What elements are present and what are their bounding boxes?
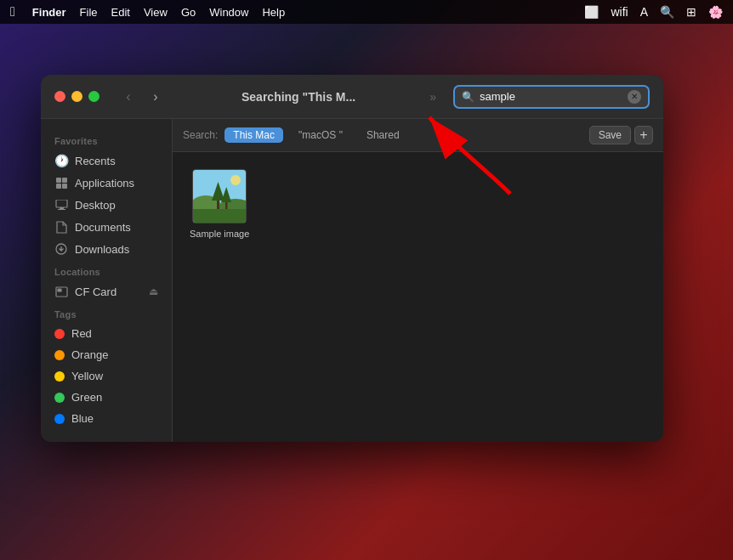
documents-icon — [54, 220, 68, 234]
svg-rect-1 — [56, 178, 61, 183]
close-button[interactable] — [54, 91, 65, 102]
tag-blue-dot — [54, 414, 65, 424]
scope-this-mac-button[interactable]: This Mac — [224, 127, 283, 143]
downloads-icon — [54, 242, 68, 256]
main-area: Favorites 🕐 Recents Applications — [41, 119, 663, 442]
search-clear-button[interactable]: ✕ — [628, 90, 641, 104]
tags-label: Tags — [41, 303, 172, 323]
maximize-button[interactable] — [88, 91, 99, 102]
recents-icon: 🕐 — [54, 154, 68, 167]
titlebar: ‹ › Searching "This M... » 🔍 ✕ — [41, 75, 663, 119]
more-button[interactable]: » — [429, 90, 436, 104]
documents-label: Documents — [75, 221, 131, 234]
search-bar[interactable]: 🔍 ✕ — [453, 85, 650, 109]
cf-card-label: CF Card — [75, 286, 116, 298]
sidebar-item-recents[interactable]: 🕐 Recents — [41, 150, 172, 172]
svg-rect-6 — [60, 207, 64, 209]
window-title: Searching "This M... — [178, 90, 419, 104]
svg-rect-10 — [58, 289, 61, 291]
display-icon[interactable]: ⬜ — [584, 5, 599, 19]
finder-menu[interactable]: Finder — [32, 6, 66, 19]
thumbnail-svg — [193, 170, 247, 223]
downloads-label: Downloads — [75, 243, 129, 256]
menubar:  Finder File Edit View Go Window Help ⬜… — [0, 0, 733, 24]
eject-icon[interactable]: ⏏ — [149, 286, 158, 297]
tag-red-label: Red — [71, 327, 92, 340]
search-menubar-icon[interactable]: 🔍 — [660, 5, 674, 19]
save-search-button[interactable]: Save — [589, 126, 631, 144]
back-button[interactable]: ‹ — [116, 88, 140, 105]
edit-menu[interactable]: Edit — [111, 6, 130, 19]
svg-rect-2 — [62, 178, 67, 183]
tag-green-label: Green — [71, 391, 102, 404]
tag-red-dot — [54, 329, 65, 339]
menubar-right: ⬜ wifi A 🔍 ⊞ 🌸 — [584, 5, 723, 19]
recents-label: Recents — [75, 155, 116, 167]
notification-icon[interactable]: 🌸 — [708, 5, 723, 19]
desktop-icon — [54, 198, 68, 212]
search-scope-row: Search: This Mac "macOS " Shared Save + — [173, 119, 663, 152]
svg-rect-14 — [193, 209, 247, 223]
svg-point-19 — [230, 175, 241, 185]
file-thumbnail — [192, 169, 247, 223]
search-icon: 🔍 — [462, 91, 474, 103]
sidebar-item-downloads[interactable]: Downloads — [41, 238, 172, 260]
tag-orange-dot — [54, 350, 65, 360]
sidebar-item-tag-green[interactable]: Green — [41, 387, 172, 408]
search-input[interactable] — [480, 90, 622, 103]
svg-rect-7 — [58, 209, 65, 210]
sidebar: Favorites 🕐 Recents Applications — [41, 119, 173, 442]
minimize-button[interactable] — [71, 91, 82, 102]
control-center-icon[interactable]: ⊞ — [686, 5, 696, 19]
search-row-label: Search: — [183, 129, 218, 141]
tag-green-dot — [54, 393, 65, 403]
svg-rect-3 — [56, 184, 61, 189]
favorites-label: Favorites — [41, 129, 172, 150]
window-menu[interactable]: Window — [209, 6, 248, 19]
scope-macos-button[interactable]: "macOS " — [290, 127, 351, 143]
search-row-actions: Save + — [589, 126, 653, 144]
tag-yellow-dot — [54, 371, 65, 382]
sidebar-item-cf-card[interactable]: CF Card ⏏ — [41, 280, 172, 303]
apple-menu[interactable]:  — [10, 4, 15, 20]
svg-rect-4 — [62, 184, 67, 189]
sidebar-item-desktop[interactable]: Desktop — [41, 194, 172, 216]
sidebar-item-tag-red[interactable]: Red — [41, 323, 172, 344]
applications-icon — [54, 176, 68, 189]
desktop-label: Desktop — [75, 199, 116, 212]
sidebar-item-applications[interactable]: Applications — [41, 172, 172, 194]
help-menu[interactable]: Help — [262, 6, 285, 19]
cf-card-icon — [54, 285, 68, 298]
scope-shared-button[interactable]: Shared — [358, 127, 408, 143]
applications-label: Applications — [75, 177, 134, 189]
go-menu[interactable]: Go — [181, 6, 196, 19]
sidebar-item-tag-blue[interactable]: Blue — [41, 408, 172, 429]
nav-buttons: ‹ › — [116, 88, 168, 105]
file-menu[interactable]: File — [80, 6, 98, 19]
tag-yellow-label: Yellow — [71, 370, 103, 382]
add-criteria-button[interactable]: + — [634, 126, 653, 144]
sidebar-item-documents[interactable]: Documents — [41, 216, 172, 238]
tag-blue-label: Blue — [71, 412, 94, 425]
file-name: Sample image — [190, 229, 249, 239]
file-item-sample-image[interactable]: Sample image — [190, 169, 249, 239]
wifi-icon[interactable]: wifi — [611, 5, 628, 19]
content-panel: Search: This Mac "macOS " Shared Save + — [173, 119, 663, 442]
tag-orange-label: Orange — [71, 348, 108, 361]
view-menu[interactable]: View — [144, 6, 168, 19]
forward-button[interactable]: › — [144, 88, 168, 105]
keyboard-icon[interactable]: A — [640, 5, 648, 19]
sidebar-item-tag-orange[interactable]: Orange — [41, 344, 172, 365]
traffic-lights — [54, 91, 99, 102]
sidebar-item-tag-yellow[interactable]: Yellow — [41, 365, 172, 387]
finder-window: ‹ › Searching "This M... » 🔍 ✕ Favorites… — [41, 75, 663, 442]
locations-label: Locations — [41, 260, 172, 280]
file-grid: Sample image — [173, 152, 663, 442]
svg-rect-5 — [56, 200, 67, 207]
